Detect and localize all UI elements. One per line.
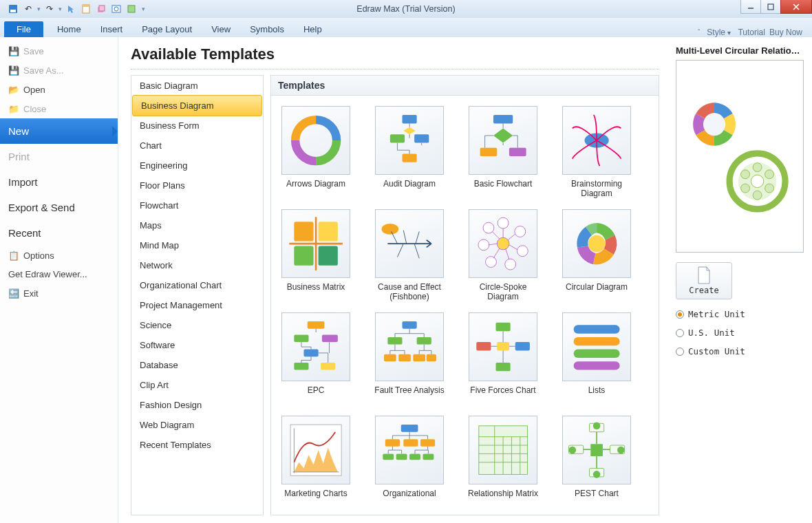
template-card[interactable]: Brainstorming Diagram xyxy=(555,103,639,202)
sidebar-item-exit[interactable]: 🔙Exit xyxy=(0,284,118,303)
page-setup-icon[interactable] xyxy=(80,3,92,15)
category-item[interactable]: Software xyxy=(131,335,263,355)
template-card[interactable]: Marketing Charts xyxy=(274,412,358,511)
template-card[interactable]: Circle-Spoke Diagram xyxy=(461,206,545,305)
svg-rect-15 xyxy=(390,134,405,142)
svg-rect-60 xyxy=(476,342,491,350)
template-card[interactable]: Fault Tree Analysis xyxy=(367,309,451,408)
category-item[interactable]: Web Diagram xyxy=(131,415,263,435)
layers-icon[interactable] xyxy=(95,3,107,15)
template-label: Fault Tree Analysis xyxy=(374,385,444,405)
template-card[interactable]: Relationship Matrix xyxy=(461,412,545,511)
svg-rect-59 xyxy=(495,363,510,371)
folder-icon: 📁 xyxy=(8,103,19,114)
template-card[interactable]: Cause and Effect (Fishbone) xyxy=(367,206,451,305)
minimize-button[interactable] xyxy=(740,0,761,14)
template-thumbnail xyxy=(281,416,350,484)
insert-icon[interactable] xyxy=(125,3,138,15)
create-button[interactable]: Create xyxy=(676,262,732,299)
template-card[interactable]: EPC xyxy=(274,309,358,408)
cursor-icon[interactable] xyxy=(65,3,77,15)
category-item[interactable]: Recent Templates xyxy=(131,435,263,455)
sidebar-item-open[interactable]: 📂Open xyxy=(0,80,118,99)
category-item[interactable]: Flowchart xyxy=(131,195,263,215)
sidebar-item-import[interactable]: Import xyxy=(0,169,118,195)
sidebar-item-get-viewer[interactable]: Get Edraw Viewer... xyxy=(0,265,118,284)
sidebar-item-options[interactable]: 📋Options xyxy=(0,246,118,265)
tab-symbols[interactable]: Symbols xyxy=(240,21,294,37)
svg-point-29 xyxy=(497,237,509,250)
template-category-list[interactable]: Basic DiagramBusiness DiagramBusiness Fo… xyxy=(131,75,264,515)
sidebar-item-new[interactable]: New xyxy=(0,118,118,144)
ribbon-tutorial[interactable]: Tutorial xyxy=(738,28,765,37)
template-card[interactable]: Five Forces Chart xyxy=(461,309,545,408)
category-item[interactable]: Maps xyxy=(131,215,263,235)
template-thumbnail xyxy=(281,209,350,278)
svg-point-33 xyxy=(505,259,516,270)
category-item[interactable]: Floor Plans xyxy=(131,175,263,195)
template-card[interactable]: Basic Flowchart xyxy=(461,103,545,202)
category-item[interactable]: Network xyxy=(131,255,263,275)
tab-view[interactable]: View xyxy=(202,21,240,37)
svg-marker-18 xyxy=(403,127,416,135)
category-item[interactable]: Mind Map xyxy=(131,235,263,255)
unit-us[interactable]: U.S. Unit xyxy=(676,328,804,338)
category-item[interactable]: Fashion Design xyxy=(131,395,263,415)
template-label: Relationship Matrix xyxy=(468,489,538,508)
svg-rect-53 xyxy=(417,337,431,345)
templates-scroll[interactable]: Arrows DiagramAudit DiagramBasic Flowcha… xyxy=(270,95,659,515)
ribbon-style[interactable]: Style ▾ xyxy=(707,28,734,37)
svg-line-39 xyxy=(509,245,517,250)
tab-home[interactable]: Home xyxy=(47,21,91,37)
minimize-ribbon-icon[interactable]: ˆ xyxy=(698,29,703,36)
svg-rect-73 xyxy=(420,439,435,447)
sidebar-item-recent[interactable]: Recent xyxy=(0,220,118,246)
sidebar-item-close[interactable]: 📁Close xyxy=(0,99,118,118)
undo-icon[interactable]: ↶ xyxy=(22,3,34,15)
save-icon: 💾 xyxy=(8,45,19,56)
template-card[interactable]: Lists xyxy=(555,309,639,408)
template-label: Organizational xyxy=(383,489,436,508)
svg-point-94 xyxy=(568,447,576,454)
template-card[interactable]: Circular Diagram xyxy=(555,206,639,305)
tab-file[interactable]: File xyxy=(4,21,43,37)
svg-rect-57 xyxy=(427,354,436,362)
unit-custom[interactable]: Custom Unit xyxy=(676,346,804,356)
close-button[interactable] xyxy=(780,0,812,14)
category-item[interactable]: Engineering xyxy=(131,156,263,175)
maximize-button[interactable] xyxy=(760,0,781,14)
category-item[interactable]: Clip Art xyxy=(131,375,263,395)
redo-icon[interactable]: ↷ xyxy=(43,3,56,15)
window-controls xyxy=(741,0,812,14)
svg-point-31 xyxy=(515,226,526,237)
sidebar-item-save[interactable]: 💾Save xyxy=(0,41,118,61)
template-label: Five Forces Chart xyxy=(470,385,535,405)
preview-pane: Multi-Level Circular Relations... Create… xyxy=(669,37,812,523)
sidebar-item-print[interactable]: Print xyxy=(0,144,118,169)
sidebar-item-save-as[interactable]: 💾Save As... xyxy=(0,61,118,80)
svg-rect-66 xyxy=(573,361,619,370)
category-item[interactable]: Basic Diagram xyxy=(131,76,263,96)
category-item[interactable]: Chart xyxy=(131,136,263,156)
category-item[interactable]: Organizational Chart xyxy=(131,275,263,295)
category-item[interactable]: Business Diagram xyxy=(132,95,262,116)
template-card[interactable]: PEST Chart xyxy=(555,412,639,511)
tab-insert[interactable]: Insert xyxy=(91,21,133,37)
svg-rect-62 xyxy=(497,342,509,350)
sidebar-item-export[interactable]: Export & Send xyxy=(0,195,118,220)
ribbon-buy[interactable]: Buy Now xyxy=(769,28,802,37)
category-item[interactable]: Science xyxy=(131,315,263,335)
template-card[interactable]: Audit Diagram xyxy=(367,103,451,202)
unit-metric[interactable]: Metric Unit xyxy=(676,309,804,319)
preview-icon[interactable] xyxy=(110,3,122,15)
category-item[interactable]: Business Form xyxy=(131,116,263,136)
tab-page-layout[interactable]: Page Layout xyxy=(132,21,202,37)
save-icon[interactable] xyxy=(7,3,19,15)
category-item[interactable]: Database xyxy=(131,355,263,375)
template-card[interactable]: Business Matrix xyxy=(274,206,358,305)
svg-rect-52 xyxy=(387,337,402,345)
template-card[interactable]: Organizational xyxy=(367,412,451,511)
category-item[interactable]: Project Management xyxy=(131,295,263,315)
template-card[interactable]: Arrows Diagram xyxy=(274,103,358,202)
tab-help[interactable]: Help xyxy=(294,21,332,37)
